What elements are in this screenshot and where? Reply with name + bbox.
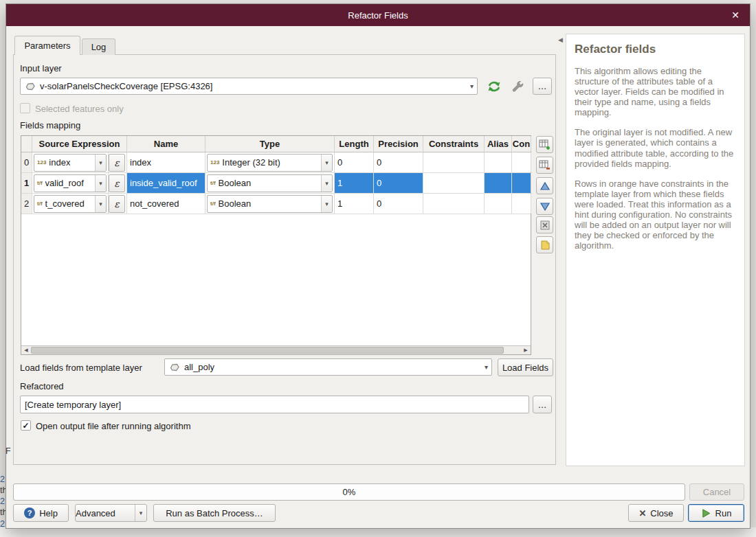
type-cell: 123 Integer (32 bit) ▾	[205, 152, 335, 172]
progress-value: 0%	[343, 487, 356, 497]
open-output-checkbox[interactable]: ✓	[21, 420, 31, 431]
input-layer-browse-button[interactable]: …	[533, 78, 552, 95]
expression-builder-button[interactable]: ε	[109, 195, 125, 213]
selected-features-label: Selected features only	[35, 104, 124, 114]
load-fields-button[interactable]: Load Fields	[498, 358, 553, 376]
field-type-icon: 123	[210, 159, 219, 165]
help-button[interactable]: ? Help	[13, 504, 69, 522]
move-down-button[interactable]	[536, 198, 553, 215]
panel-collapse-icon[interactable]: ◀	[558, 36, 563, 43]
column-header-type: Type	[205, 136, 335, 152]
help-paragraph: The original layer is not modified. A ne…	[575, 127, 737, 168]
chevron-down-icon[interactable]: ▾	[321, 175, 332, 192]
length-cell[interactable]: 0	[335, 152, 374, 172]
help-paragraph: Rows in orange have constraints in the t…	[575, 179, 737, 251]
alias-cell[interactable]	[485, 194, 512, 214]
row-number[interactable]: 2	[21, 194, 32, 214]
column-header-name: Name	[127, 136, 205, 152]
comment-cell[interactable]	[512, 173, 531, 193]
source-field-combo[interactable]: t/f valid_roof ▾	[34, 174, 107, 192]
close-icon[interactable]: ✕	[731, 10, 740, 20]
horizontal-scrollbar[interactable]: ◀ ▶	[21, 345, 531, 354]
field-type-icon: t/f	[210, 180, 216, 186]
chevron-down-icon[interactable]: ▾	[95, 155, 106, 171]
chevron-down-icon[interactable]: ▾	[95, 175, 106, 192]
column-header-length: Length	[335, 136, 374, 152]
advanced-button[interactable]: Advanced ▾	[75, 504, 147, 522]
constraints-cell[interactable]	[423, 152, 485, 172]
clear-fields-button[interactable]	[536, 216, 553, 233]
expression-builder-button[interactable]: ε	[109, 154, 125, 172]
field-type-icon: t/f	[210, 201, 216, 207]
input-layer-value: v-solarPanelsCheckCoverage [EPSG:4326]	[40, 81, 212, 91]
table-row: 0 123 index ▾ ε index 123 Integer (32 bi…	[21, 152, 531, 173]
type-value: Integer (32 bit)	[222, 157, 280, 168]
table-row: 2 t/f t_covered ▾ ε not_covered t/f Bool…	[21, 194, 531, 214]
column-header-alias: Alias	[485, 136, 512, 152]
comment-cell[interactable]	[512, 152, 531, 172]
invert-selection-button[interactable]	[536, 236, 553, 253]
tab-log[interactable]: Log	[82, 38, 115, 55]
output-browse-button[interactable]: …	[533, 396, 552, 413]
chevron-down-icon: ▾	[466, 82, 474, 90]
constraints-cell[interactable]	[423, 173, 485, 193]
precision-cell[interactable]: 0	[374, 173, 423, 193]
comment-cell[interactable]	[512, 194, 531, 214]
alias-cell[interactable]	[485, 173, 512, 193]
source-field-combo[interactable]: t/f t_covered ▾	[34, 195, 107, 213]
precision-cell[interactable]: 0	[374, 194, 423, 214]
chevron-down-icon[interactable]: ▾	[321, 196, 332, 212]
advanced-button-label: Advanced	[76, 508, 115, 518]
length-cell[interactable]: 1	[335, 173, 374, 193]
type-combo[interactable]: t/f Boolean ▾	[207, 174, 333, 192]
constraints-cell[interactable]	[423, 194, 485, 214]
type-value: Boolean	[219, 178, 252, 188]
column-header-rownum	[21, 136, 32, 152]
run-button[interactable]: Run	[688, 504, 744, 522]
type-combo[interactable]: t/f Boolean ▾	[207, 195, 333, 213]
name-cell[interactable]: inside_valid_roof	[127, 173, 205, 193]
scrollbar-thumb[interactable]	[31, 347, 504, 354]
source-field-value: t_covered	[45, 198, 85, 209]
chevron-down-icon[interactable]: ▾	[321, 155, 332, 171]
remove-field-button[interactable]	[536, 157, 553, 174]
close-button[interactable]: ✕ Close	[628, 504, 684, 522]
source-field-value: valid_roof	[45, 178, 84, 188]
type-combo[interactable]: 123 Integer (32 bit) ▾	[207, 154, 333, 172]
output-destination-input[interactable]	[20, 396, 529, 413]
name-cell[interactable]: not_covered	[127, 194, 205, 214]
chevron-down-icon[interactable]: ▾	[135, 505, 146, 521]
alias-cell[interactable]	[485, 152, 512, 172]
add-field-button[interactable]	[536, 136, 553, 153]
type-cell: t/f Boolean ▾	[205, 194, 335, 214]
template-layer-label: Load fields from template layer	[20, 363, 142, 373]
type-cell: t/f Boolean ▾	[205, 173, 335, 193]
scroll-left-icon[interactable]: ◀	[21, 346, 31, 354]
source-expression-cell: t/f valid_roof ▾	[32, 173, 109, 193]
dialog-titlebar[interactable]: Refactor Fields ✕	[6, 4, 750, 26]
input-layer-combo[interactable]: v-solarPanelsCheckCoverage [EPSG:4326] ▾	[20, 78, 478, 95]
advanced-options-wrench-icon[interactable]	[510, 78, 526, 95]
iterate-over-layer-icon[interactable]	[485, 78, 503, 95]
run-icon	[701, 508, 711, 518]
source-expression-cell: t/f t_covered ▾	[32, 194, 109, 214]
row-number[interactable]: 1	[21, 173, 32, 193]
source-field-combo[interactable]: 123 index ▾	[34, 154, 107, 172]
run-as-batch-button[interactable]: Run as Batch Process…	[153, 504, 276, 522]
chevron-down-icon[interactable]: ▾	[95, 196, 106, 212]
expression-builder-button[interactable]: ε	[109, 174, 125, 192]
open-output-label: Open output file after running algorithm	[36, 421, 190, 431]
column-header-source: Source Expression	[32, 136, 127, 152]
column-header-comment: Con	[512, 136, 531, 152]
row-number[interactable]: 0	[21, 152, 32, 172]
scroll-right-icon[interactable]: ▶	[521, 346, 531, 354]
field-type-icon: 123	[37, 159, 46, 165]
tab-parameters[interactable]: Parameters	[14, 36, 80, 55]
chevron-down-icon: ▾	[480, 363, 488, 371]
length-cell[interactable]: 1	[335, 194, 374, 214]
move-up-button[interactable]	[536, 177, 553, 194]
precision-cell[interactable]: 0	[374, 152, 423, 172]
template-layer-combo[interactable]: all_poly ▾	[164, 358, 492, 376]
name-cell[interactable]: index	[127, 152, 205, 172]
run-button-label: Run	[715, 508, 732, 518]
